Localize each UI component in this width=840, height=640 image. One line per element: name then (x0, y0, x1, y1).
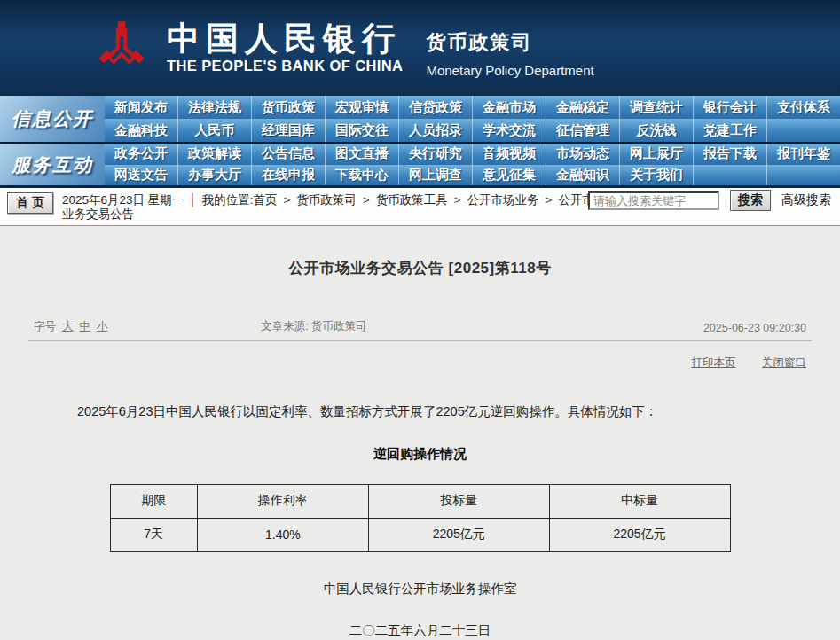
nav-bar-services: 服务互动 政务公开 政策解读 公告信息 图文直播 央行研究 音频视频 市场动态 … (0, 142, 840, 188)
article-timestamp: 2025-06-23 09:20:30 (579, 322, 806, 334)
nav-item[interactable]: 新闻发布 (105, 96, 177, 119)
font-size-label: 字号 (34, 320, 56, 332)
font-size-controls: 字号大中小 (34, 319, 261, 334)
nav-row: 网送文告 办事大厅 在线申报 下载中心 网上调查 意见征集 金融知识 关于我们 (105, 165, 840, 186)
cell-term: 7天 (110, 518, 197, 551)
nav-item[interactable]: 政策解读 (177, 144, 251, 165)
nav-item[interactable]: 意见征集 (472, 165, 546, 186)
nav-item[interactable]: 调查统计 (619, 96, 693, 119)
bank-name-block: 中国人民银行 THE PEOPLE'S BANK OF CHINA (167, 21, 403, 75)
cell-awarded-amount: 2205亿元 (549, 518, 730, 551)
article-title: 公开市场业务交易公告 [2025]第118号 (28, 258, 812, 278)
nav-item[interactable]: 网上调查 (398, 165, 472, 186)
nav-item[interactable]: 关于我们 (619, 165, 693, 186)
nav-item[interactable]: 金融市场 (472, 96, 546, 119)
table-title: 逆回购操作情况 (28, 446, 812, 463)
breadcrumb-bar-separator: │ (189, 193, 196, 207)
department-name-cn: 货币政策司 (426, 29, 593, 56)
nav-item[interactable]: 经理国库 (251, 119, 325, 142)
search-input[interactable] (588, 191, 719, 210)
sign-date: 二〇二五年六月二十三日 (28, 622, 812, 639)
signature: 中国人民银行公开市场业务操作室 (28, 581, 812, 597)
nav-item[interactable]: 网送文告 (105, 165, 177, 186)
search-group: 搜索 高级搜索 (588, 190, 831, 211)
font-size-medium[interactable]: 中 (80, 320, 91, 332)
breadcrumb-separator: > (283, 193, 290, 207)
nav-row: 金融科技 人民币 经理国库 国际交往 人员招录 学术交流 征信管理 反洗钱 党建… (105, 119, 840, 142)
nav-item[interactable]: 政务公开 (105, 144, 177, 165)
col-header-bid-amount: 投标量 (368, 484, 549, 518)
nav-item[interactable]: 央行研究 (398, 144, 472, 165)
nav-bar-information: 信息公开 新闻发布 法律法规 货币政策 宏观审慎 信贷政策 金融市场 金融稳定 … (0, 96, 840, 142)
nav-item[interactable]: 公告信息 (251, 144, 325, 165)
table-header-row: 期限 操作利率 投标量 中标量 (110, 484, 730, 518)
article-body: 2025年6月23日中国人民银行以固定利率、数量招标方式开展了2205亿元逆回购… (51, 401, 789, 423)
nav-rows: 新闻发布 法律法规 货币政策 宏观审慎 信贷政策 金融市场 金融稳定 调查统计 … (105, 96, 840, 142)
page-date: 2025年6月23日 星期一 (62, 193, 184, 207)
bank-name-en: THE PEOPLE'S BANK OF CHINA (167, 58, 403, 74)
table-row: 7天 1.40% 2205亿元 2205亿元 (110, 518, 730, 551)
breadcrumb-item[interactable]: 公开市场业务 (467, 193, 539, 207)
advanced-search-link[interactable]: 高级搜索 (781, 192, 831, 208)
print-link[interactable]: 打印本页 (692, 356, 736, 369)
breadcrumb-item[interactable]: 货币政策工具 (376, 193, 448, 207)
nav-item[interactable]: 下载中心 (325, 165, 398, 186)
font-size-large[interactable]: 大 (62, 320, 74, 332)
nav-item[interactable]: 征信管理 (546, 119, 619, 142)
nav-item[interactable]: 在线申报 (251, 165, 325, 186)
nav-item[interactable]: 金融稳定 (546, 96, 619, 119)
breadcrumb-separator: > (363, 193, 370, 207)
operations-table: 期限 操作利率 投标量 中标量 7天 1.40% 2205亿元 2205亿元 (110, 484, 731, 552)
nav-item[interactable]: 报刊年鉴 (766, 144, 840, 165)
nav-item[interactable]: 支付体系 (766, 96, 840, 119)
nav-item[interactable]: 网上展厅 (619, 144, 693, 165)
pboc-emblem-icon (94, 12, 149, 83)
close-link[interactable]: 关闭窗口 (762, 356, 806, 369)
nav-item[interactable]: 信贷政策 (398, 96, 472, 119)
article-actions-top: 打印本页 关闭窗口 (28, 341, 812, 371)
page: 中国人民银行 THE PEOPLE'S BANK OF CHINA 货币政策司 … (0, 0, 840, 640)
bank-name-cn: 中国人民银行 (167, 21, 403, 56)
search-button[interactable]: 搜索 (730, 190, 771, 211)
nav-item[interactable]: 货币政策 (251, 96, 325, 119)
col-header-awarded-amount: 中标量 (549, 484, 730, 518)
department-name-en: Monetary Policy Department (426, 63, 593, 78)
col-header-term: 期限 (110, 484, 197, 518)
article-meta-bar: 字号大中小 文章来源: 货币政策司 2025-06-23 09:20:30 (28, 319, 812, 341)
breadcrumb-separator: > (546, 193, 553, 207)
nav-item[interactable]: 金融知识 (546, 165, 619, 186)
nav-item[interactable]: 市场动态 (546, 144, 619, 165)
breadcrumb-bar: 首 页 2025年6月23日 星期一│我的位置:首页>货币政策司>货币政策工具>… (0, 188, 840, 226)
nav-item[interactable]: 学术交流 (472, 119, 546, 142)
nav-item[interactable]: 党建工作 (693, 119, 766, 142)
nav-item[interactable]: 国际交往 (325, 119, 398, 142)
nav-item[interactable]: 银行会计 (693, 96, 766, 119)
nav-item[interactable]: 人员招录 (398, 119, 472, 142)
nav-section-label-info[interactable]: 信息公开 (0, 96, 105, 142)
nav-row: 政务公开 政策解读 公告信息 图文直播 央行研究 音频视频 市场动态 网上展厅 … (105, 144, 840, 165)
nav-item[interactable]: 反洗钱 (619, 119, 693, 142)
cell-rate: 1.40% (197, 518, 368, 551)
site-header: 中国人民银行 THE PEOPLE'S BANK OF CHINA 货币政策司 … (0, 0, 840, 96)
nav-item[interactable]: 宏观审慎 (325, 96, 398, 119)
cell-bid-amount: 2205亿元 (368, 518, 549, 551)
home-button[interactable]: 首 页 (7, 192, 53, 214)
col-header-rate: 操作利率 (197, 484, 368, 518)
nav-item[interactable]: 金融科技 (105, 119, 177, 142)
nav-item[interactable]: 法律法规 (177, 96, 251, 119)
department-block: 货币政策司 Monetary Policy Department (426, 19, 593, 78)
breadcrumb-location-label: 我的位置:首页 (202, 193, 278, 207)
nav-rows: 政务公开 政策解读 公告信息 图文直播 央行研究 音频视频 市场动态 网上展厅 … (105, 144, 840, 185)
nav-item[interactable]: 报告下载 (693, 144, 766, 165)
nav-item-empty (766, 165, 840, 186)
breadcrumb-item[interactable]: 货币政策司 (296, 193, 357, 207)
nav-item[interactable]: 办事大厅 (177, 165, 251, 186)
article-source: 文章来源: 货币政策司 (261, 319, 579, 334)
nav-item[interactable]: 人民币 (177, 119, 251, 142)
font-size-small[interactable]: 小 (97, 320, 108, 332)
breadcrumb: 2025年6月23日 星期一│我的位置:首页>货币政策司>货币政策工具>公开市场… (62, 193, 610, 222)
nav-item[interactable]: 图文直播 (325, 144, 398, 165)
nav-section-label-service[interactable]: 服务互动 (0, 144, 105, 185)
nav-item[interactable]: 音频视频 (472, 144, 546, 165)
nav-item-empty (766, 119, 840, 142)
